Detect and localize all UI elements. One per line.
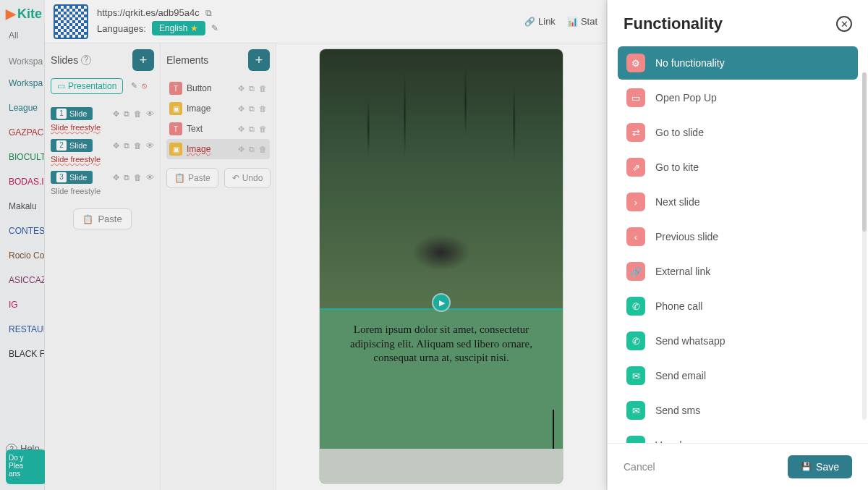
functionality-label: Next slide xyxy=(655,196,699,208)
preview-text: Lorem ipsum dolor sit amet, consectetur … xyxy=(337,323,545,366)
hide-icon[interactable]: ⦸ xyxy=(142,81,147,90)
language-chip[interactable]: English xyxy=(152,21,205,35)
qr-code[interactable] xyxy=(54,4,88,39)
functionality-option[interactable]: ✉ Send email xyxy=(618,359,858,392)
visibility-icon[interactable]: 👁 xyxy=(146,141,154,151)
preview-phone[interactable]: Lorem ipsum dolor sit amet, consectetur … xyxy=(320,49,563,483)
element-row[interactable]: ▣ Image ✥ ⧉ 🗑 xyxy=(166,98,270,119)
kite-url[interactable]: https://qrkit.es/adb95a4c xyxy=(97,7,200,18)
element-row[interactable]: T Text ✥ ⧉ 🗑 xyxy=(166,119,270,139)
functionality-icon: ✆ xyxy=(626,297,645,316)
edit-languages-icon[interactable]: ✎ xyxy=(211,23,218,33)
sidebar-item[interactable]: BIOCULT xyxy=(0,145,44,169)
delete-icon[interactable]: 🗑 xyxy=(259,104,267,114)
add-slide-button[interactable]: + xyxy=(132,49,154,71)
functionality-drawer: Functionality ✕ ⚙ No functionality▭ Open… xyxy=(608,0,868,490)
chat-widget[interactable]: Do y Plea ans xyxy=(6,449,46,484)
sidebar-item[interactable]: RESTAUR xyxy=(0,317,44,342)
move-icon[interactable]: ✥ xyxy=(113,109,119,119)
sidebar-item[interactable]: IG xyxy=(0,292,44,317)
functionality-option[interactable]: ✆ Send whatsapp xyxy=(618,324,858,358)
element-label: Image xyxy=(187,144,210,154)
move-icon[interactable]: ✥ xyxy=(238,145,244,154)
slide-chip[interactable]: 2Slide xyxy=(51,139,93,152)
add-element-button[interactable]: + xyxy=(248,49,270,71)
left-nav: All Workspa WorkspaLeagueGAZPAC GALERABI… xyxy=(0,23,45,490)
move-icon[interactable]: ✥ xyxy=(238,124,244,134)
delete-icon[interactable]: 🗑 xyxy=(259,84,267,93)
functionality-option[interactable]: ▭ Vcard xyxy=(618,428,858,443)
edit-icon[interactable]: ✎ xyxy=(131,81,137,90)
preview-panel: Lorem ipsum dolor sit amet, consectetur … xyxy=(276,43,606,490)
functionality-option[interactable]: ⇄ Go to slide xyxy=(618,116,858,149)
external-link-icon[interactable]: ⧉ xyxy=(205,8,212,18)
copy-icon[interactable]: ⧉ xyxy=(249,84,255,93)
copy-icon[interactable]: ⧉ xyxy=(249,104,255,114)
functionality-option[interactable]: ⚙ No functionality xyxy=(618,46,858,80)
functionality-label: Open Pop Up xyxy=(655,92,717,104)
close-icon[interactable]: ✕ xyxy=(836,16,852,32)
delete-icon[interactable]: 🗑 xyxy=(259,124,267,134)
delete-icon[interactable]: 🗑 xyxy=(134,141,142,151)
visibility-icon[interactable]: 👁 xyxy=(146,109,154,119)
undo-button[interactable]: ↶Undo xyxy=(224,168,271,188)
functionality-option[interactable]: ✉ Send sms xyxy=(618,394,858,427)
sidebar-item[interactable]: BLACK F xyxy=(0,342,44,366)
copy-icon[interactable]: ⧉ xyxy=(249,124,255,134)
functionality-icon: ✉ xyxy=(626,366,645,385)
copy-icon[interactable]: ⧉ xyxy=(124,141,129,151)
move-icon[interactable]: ✥ xyxy=(238,104,244,114)
slide-row[interactable]: 1Slide ✥ ⧉ 🗑 👁 xyxy=(51,107,154,120)
slide-chip[interactable]: 3Slide xyxy=(51,171,93,184)
sidebar-item[interactable]: Makalu xyxy=(0,194,44,219)
move-icon[interactable]: ✥ xyxy=(238,84,244,93)
functionality-option[interactable]: ▭ Open Pop Up xyxy=(618,81,858,114)
functionality-label: Go to slide xyxy=(655,127,704,138)
preview-footer xyxy=(320,449,563,483)
copy-icon[interactable]: ⧉ xyxy=(124,173,129,182)
functionality-option[interactable]: ‹ Previous slide xyxy=(618,220,858,253)
delete-icon[interactable]: 🗑 xyxy=(134,173,142,182)
sidebar-item[interactable]: BODAS.I xyxy=(0,169,44,194)
paste-element-button[interactable]: 📋Paste xyxy=(166,168,218,188)
slide-chip[interactable]: 1Slide xyxy=(51,107,93,120)
delete-icon[interactable]: 🗑 xyxy=(259,145,267,154)
header-stats[interactable]: Stat xyxy=(567,16,597,27)
copy-icon[interactable]: ⧉ xyxy=(249,145,255,154)
sidebar-item[interactable]: Workspa xyxy=(0,71,44,96)
element-row[interactable]: T Button ✥ ⧉ 🗑 xyxy=(166,78,270,98)
copy-icon[interactable]: ⧉ xyxy=(124,109,129,119)
sidebar-item[interactable]: ASICCAZ xyxy=(0,268,44,292)
functionality-icon: ‹ xyxy=(626,227,645,246)
scrollbar[interactable] xyxy=(862,72,867,420)
app-logo: Kite xyxy=(6,6,42,22)
header-link[interactable]: Link xyxy=(524,16,556,27)
paste-slide-button[interactable]: Paste xyxy=(73,208,131,229)
element-row[interactable]: ▣ Image ✥ ⧉ 🗑 xyxy=(166,139,270,159)
nav-all[interactable]: All xyxy=(0,23,44,48)
slide-row[interactable]: 3Slide ✥ ⧉ 🗑 👁 xyxy=(51,171,154,184)
sidebar-item[interactable]: GAZPAC GALERA xyxy=(0,120,44,145)
sidebar-item[interactable]: Rocio Co xyxy=(0,243,44,268)
visibility-icon[interactable]: 👁 xyxy=(146,173,154,182)
move-icon[interactable]: ✥ xyxy=(113,141,119,151)
play-icon[interactable] xyxy=(432,293,451,312)
save-button[interactable]: Save xyxy=(788,455,852,478)
functionality-option[interactable]: ⇗ Go to kite xyxy=(618,151,858,184)
functionality-icon: ⚙ xyxy=(626,54,645,72)
sidebar-item[interactable]: CONTES xyxy=(0,219,44,243)
slide-row[interactable]: 2Slide ✥ ⧉ 🗑 👁 xyxy=(51,139,154,152)
presentation-chip[interactable]: Presentation xyxy=(51,78,123,94)
move-icon[interactable]: ✥ xyxy=(113,173,119,182)
nav-section: Workspa xyxy=(0,48,44,71)
delete-icon[interactable]: 🗑 xyxy=(134,109,142,119)
help-icon[interactable]: ? xyxy=(81,55,91,65)
cancel-button[interactable]: Cancel xyxy=(624,461,655,473)
functionality-option[interactable]: ✆ Phone call xyxy=(618,290,858,323)
functionality-option[interactable]: › Next slide xyxy=(618,185,858,219)
sidebar-item[interactable]: League xyxy=(0,96,44,120)
slide-subtitle: Slide freestyle xyxy=(51,187,154,195)
functionality-label: External link xyxy=(655,266,710,277)
functionality-option[interactable]: 🔗 External link xyxy=(618,255,858,288)
element-type-icon: T xyxy=(169,82,182,95)
